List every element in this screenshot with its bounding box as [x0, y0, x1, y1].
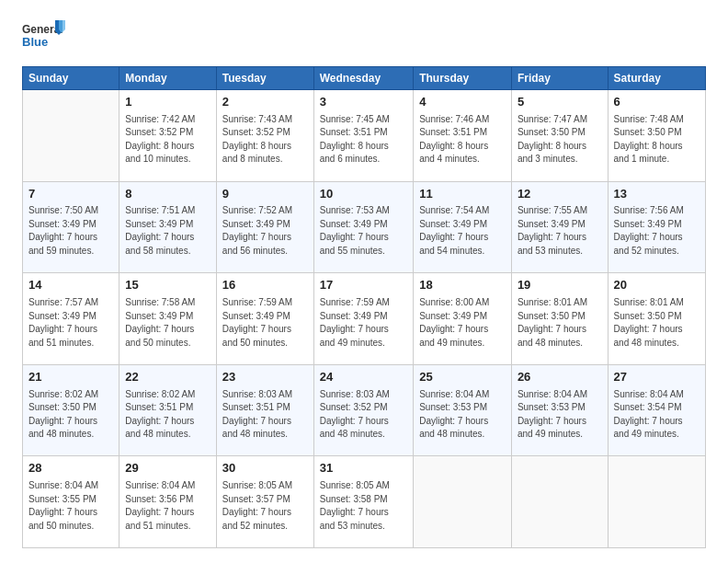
day-number: 1: [125, 94, 210, 111]
day-cell: 11Sunrise: 7:54 AM Sunset: 3:49 PM Dayli…: [414, 181, 512, 273]
day-cell: 2Sunrise: 7:43 AM Sunset: 3:52 PM Daylig…: [216, 90, 313, 182]
svg-text:Blue: Blue: [22, 35, 48, 49]
day-number: 5: [518, 94, 602, 111]
day-info: Sunrise: 7:45 AM Sunset: 3:51 PM Dayligh…: [320, 113, 407, 167]
day-cell: [414, 456, 512, 548]
day-number: 24: [320, 369, 407, 386]
day-number: 3: [320, 94, 407, 111]
day-cell: 12Sunrise: 7:55 AM Sunset: 3:49 PM Dayli…: [511, 181, 608, 273]
day-number: 23: [222, 369, 308, 386]
page: General Blue SundayMondayTuesdayWednesda…: [0, 0, 728, 563]
day-cell: 16Sunrise: 7:59 AM Sunset: 3:49 PM Dayli…: [216, 273, 313, 365]
day-number: 22: [125, 369, 210, 386]
day-number: 10: [320, 186, 407, 203]
logo-svg: General Blue: [22, 18, 68, 57]
day-number: 20: [614, 277, 700, 294]
day-cell: 15Sunrise: 7:58 AM Sunset: 3:49 PM Dayli…: [119, 273, 217, 365]
col-header-tuesday: Tuesday: [216, 67, 313, 90]
day-info: Sunrise: 8:04 AM Sunset: 3:53 PM Dayligh…: [419, 388, 506, 442]
day-cell: 14Sunrise: 7:57 AM Sunset: 3:49 PM Dayli…: [23, 273, 119, 365]
day-cell: 17Sunrise: 7:59 AM Sunset: 3:49 PM Dayli…: [313, 273, 413, 365]
day-cell: 24Sunrise: 8:03 AM Sunset: 3:52 PM Dayli…: [313, 364, 413, 456]
day-number: 21: [28, 369, 113, 386]
day-info: Sunrise: 7:47 AM Sunset: 3:50 PM Dayligh…: [518, 113, 602, 167]
day-info: Sunrise: 7:48 AM Sunset: 3:50 PM Dayligh…: [614, 113, 700, 167]
day-cell: 22Sunrise: 8:02 AM Sunset: 3:51 PM Dayli…: [119, 364, 217, 456]
day-cell: 18Sunrise: 8:00 AM Sunset: 3:49 PM Dayli…: [414, 273, 512, 365]
day-number: 12: [518, 186, 602, 203]
day-number: 7: [28, 186, 113, 203]
day-cell: 4Sunrise: 7:46 AM Sunset: 3:51 PM Daylig…: [414, 90, 512, 182]
day-number: 25: [419, 369, 506, 386]
week-row-0: 1Sunrise: 7:42 AM Sunset: 3:52 PM Daylig…: [23, 90, 706, 182]
day-info: Sunrise: 7:46 AM Sunset: 3:51 PM Dayligh…: [419, 113, 506, 167]
day-number: 30: [222, 460, 308, 477]
day-info: Sunrise: 7:53 AM Sunset: 3:49 PM Dayligh…: [320, 204, 407, 258]
day-info: Sunrise: 7:59 AM Sunset: 3:49 PM Dayligh…: [222, 296, 308, 350]
day-cell: 3Sunrise: 7:45 AM Sunset: 3:51 PM Daylig…: [313, 90, 413, 182]
day-info: Sunrise: 8:04 AM Sunset: 3:53 PM Dayligh…: [518, 388, 602, 442]
col-header-sunday: Sunday: [23, 67, 119, 90]
week-row-4: 28Sunrise: 8:04 AM Sunset: 3:55 PM Dayli…: [23, 456, 706, 548]
day-info: Sunrise: 8:01 AM Sunset: 3:50 PM Dayligh…: [518, 296, 602, 350]
day-info: Sunrise: 8:00 AM Sunset: 3:49 PM Dayligh…: [419, 296, 506, 350]
day-number: 18: [419, 277, 506, 294]
day-number: 17: [320, 277, 407, 294]
col-header-thursday: Thursday: [414, 67, 512, 90]
header: General Blue: [22, 18, 706, 57]
day-number: 28: [28, 460, 113, 477]
day-info: Sunrise: 8:04 AM Sunset: 3:54 PM Dayligh…: [614, 388, 700, 442]
day-number: 11: [419, 186, 506, 203]
calendar: SundayMondayTuesdayWednesdayThursdayFrid…: [22, 66, 706, 548]
day-cell: 23Sunrise: 8:03 AM Sunset: 3:51 PM Dayli…: [216, 364, 313, 456]
day-cell: [23, 90, 119, 182]
day-info: Sunrise: 7:54 AM Sunset: 3:49 PM Dayligh…: [419, 204, 506, 258]
week-row-2: 14Sunrise: 7:57 AM Sunset: 3:49 PM Dayli…: [23, 273, 706, 365]
col-header-friday: Friday: [511, 67, 608, 90]
day-number: 9: [222, 186, 308, 203]
day-info: Sunrise: 7:59 AM Sunset: 3:49 PM Dayligh…: [320, 296, 407, 350]
day-info: Sunrise: 7:42 AM Sunset: 3:52 PM Dayligh…: [125, 113, 210, 167]
day-number: 14: [28, 277, 113, 294]
day-cell: 27Sunrise: 8:04 AM Sunset: 3:54 PM Dayli…: [608, 364, 705, 456]
day-cell: 19Sunrise: 8:01 AM Sunset: 3:50 PM Dayli…: [511, 273, 608, 365]
day-cell: 9Sunrise: 7:52 AM Sunset: 3:49 PM Daylig…: [216, 181, 313, 273]
col-header-saturday: Saturday: [608, 67, 705, 90]
calendar-table: SundayMondayTuesdayWednesdayThursdayFrid…: [22, 66, 706, 548]
col-header-wednesday: Wednesday: [313, 67, 413, 90]
day-number: 27: [614, 369, 700, 386]
day-number: 16: [222, 277, 308, 294]
day-cell: 31Sunrise: 8:05 AM Sunset: 3:58 PM Dayli…: [313, 456, 413, 548]
day-cell: 10Sunrise: 7:53 AM Sunset: 3:49 PM Dayli…: [313, 181, 413, 273]
col-header-monday: Monday: [119, 67, 217, 90]
day-info: Sunrise: 7:51 AM Sunset: 3:49 PM Dayligh…: [125, 204, 210, 258]
day-number: 4: [419, 94, 506, 111]
day-info: Sunrise: 7:52 AM Sunset: 3:49 PM Dayligh…: [222, 204, 308, 258]
day-number: 19: [518, 277, 602, 294]
day-cell: 20Sunrise: 8:01 AM Sunset: 3:50 PM Dayli…: [608, 273, 705, 365]
week-row-3: 21Sunrise: 8:02 AM Sunset: 3:50 PM Dayli…: [23, 364, 706, 456]
day-cell: [511, 456, 608, 548]
day-number: 2: [222, 94, 308, 111]
day-cell: 26Sunrise: 8:04 AM Sunset: 3:53 PM Dayli…: [511, 364, 608, 456]
day-info: Sunrise: 8:04 AM Sunset: 3:55 PM Dayligh…: [28, 479, 113, 533]
day-cell: 30Sunrise: 8:05 AM Sunset: 3:57 PM Dayli…: [216, 456, 313, 548]
day-info: Sunrise: 7:57 AM Sunset: 3:49 PM Dayligh…: [28, 296, 113, 350]
day-cell: 13Sunrise: 7:56 AM Sunset: 3:49 PM Dayli…: [608, 181, 705, 273]
day-cell: 8Sunrise: 7:51 AM Sunset: 3:49 PM Daylig…: [119, 181, 217, 273]
logo: General Blue: [22, 18, 68, 57]
day-info: Sunrise: 7:58 AM Sunset: 3:49 PM Dayligh…: [125, 296, 210, 350]
day-cell: 29Sunrise: 8:04 AM Sunset: 3:56 PM Dayli…: [119, 456, 217, 548]
day-info: Sunrise: 8:03 AM Sunset: 3:52 PM Dayligh…: [320, 388, 407, 442]
day-cell: 1Sunrise: 7:42 AM Sunset: 3:52 PM Daylig…: [119, 90, 217, 182]
day-info: Sunrise: 8:02 AM Sunset: 3:50 PM Dayligh…: [28, 388, 113, 442]
week-row-1: 7Sunrise: 7:50 AM Sunset: 3:49 PM Daylig…: [23, 181, 706, 273]
day-cell: [608, 456, 705, 548]
day-cell: 25Sunrise: 8:04 AM Sunset: 3:53 PM Dayli…: [414, 364, 512, 456]
day-cell: 7Sunrise: 7:50 AM Sunset: 3:49 PM Daylig…: [23, 181, 119, 273]
day-cell: 6Sunrise: 7:48 AM Sunset: 3:50 PM Daylig…: [608, 90, 705, 182]
day-info: Sunrise: 8:05 AM Sunset: 3:58 PM Dayligh…: [320, 479, 407, 533]
day-cell: 28Sunrise: 8:04 AM Sunset: 3:55 PM Dayli…: [23, 456, 119, 548]
day-info: Sunrise: 7:56 AM Sunset: 3:49 PM Dayligh…: [614, 204, 700, 258]
day-info: Sunrise: 7:50 AM Sunset: 3:49 PM Dayligh…: [28, 204, 113, 258]
